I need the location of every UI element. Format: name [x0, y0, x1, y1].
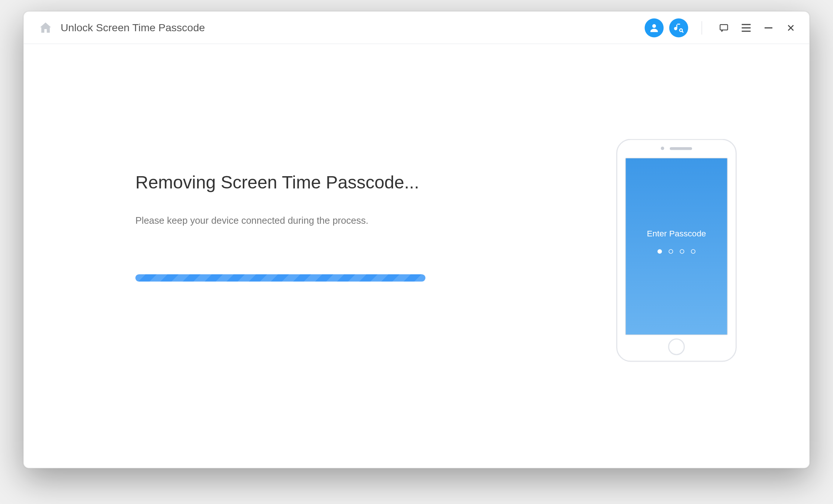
phone-home-button — [668, 339, 685, 355]
account-icon[interactable] — [645, 18, 664, 37]
passcode-dots — [657, 249, 695, 253]
status-subtext: Please keep your device connected during… — [135, 215, 616, 226]
svg-point-0 — [652, 24, 656, 28]
progress-bar — [135, 274, 425, 282]
svg-line-2 — [682, 31, 683, 32]
feedback-icon[interactable] — [715, 19, 732, 36]
status-column: Removing Screen Time Passcode... Please … — [57, 44, 616, 282]
phone-screen: Enter Passcode — [625, 158, 728, 335]
separator — [702, 21, 702, 34]
phone-screen-label: Enter Passcode — [647, 228, 706, 238]
main-content: Removing Screen Time Passcode... Please … — [24, 44, 809, 468]
svg-rect-3 — [720, 24, 727, 30]
page-title: Unlock Screen Time Passcode — [61, 22, 205, 34]
titlebar-right — [645, 18, 800, 37]
passcode-dot — [680, 249, 684, 253]
status-heading: Removing Screen Time Passcode... — [135, 172, 616, 193]
home-icon[interactable] — [38, 20, 53, 35]
passcode-dot — [657, 249, 662, 253]
phone-camera-dot — [661, 147, 664, 150]
phone-earpiece — [617, 147, 736, 150]
titlebar: Unlock Screen Time Passcode — [24, 12, 809, 44]
device-column: Enter Passcode — [616, 44, 776, 362]
close-button[interactable] — [782, 19, 799, 36]
svg-point-1 — [680, 29, 683, 32]
phone-speaker — [670, 147, 692, 150]
hamburger-menu-icon[interactable] — [738, 19, 755, 36]
passcode-dot — [669, 249, 673, 253]
music-search-icon[interactable] — [669, 18, 688, 37]
passcode-dot — [691, 249, 695, 253]
minimize-button[interactable] — [760, 19, 777, 36]
phone-illustration: Enter Passcode — [616, 139, 737, 362]
titlebar-left: Unlock Screen Time Passcode — [38, 20, 645, 35]
app-window: Unlock Screen Time Passcode — [23, 11, 810, 468]
